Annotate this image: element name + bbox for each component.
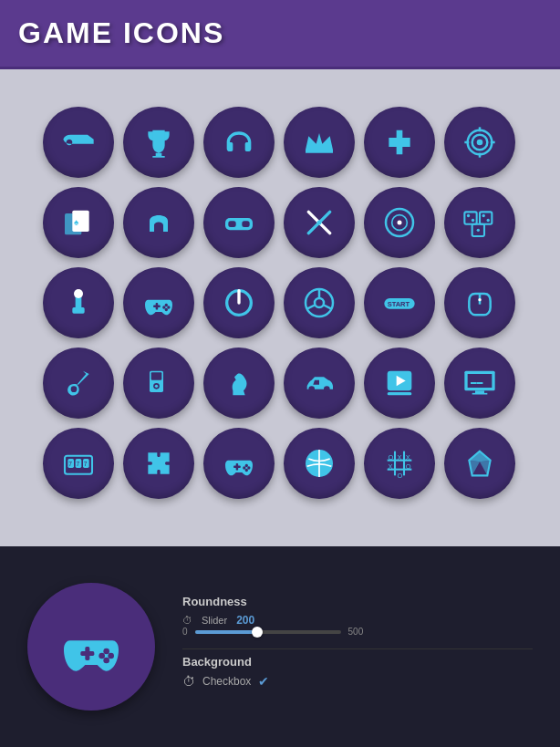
svg-rect-56 <box>388 392 412 395</box>
svg-point-20 <box>467 213 470 216</box>
checkbox-icon: ⏱ <box>182 674 195 689</box>
svg-point-53 <box>324 386 330 392</box>
svg-point-32 <box>165 303 168 306</box>
icon-steering-wheel[interactable] <box>284 267 355 338</box>
svg-text:O: O <box>389 452 394 461</box>
icon-ball[interactable] <box>284 428 355 499</box>
slider-max: 500 <box>348 627 364 637</box>
svg-rect-22 <box>480 212 492 223</box>
svg-text:O: O <box>406 462 411 470</box>
bottom-panel: Roundness ⏱ Slider 200 0 500 Backgr <box>0 546 560 747</box>
svg-point-34 <box>162 306 165 308</box>
icon-gamepad[interactable] <box>123 267 194 338</box>
icon-race-car[interactable] <box>284 348 355 419</box>
icon-headphones[interactable] <box>203 107 275 178</box>
svg-text:START: START <box>388 300 410 308</box>
icon-guitar[interactable] <box>43 348 114 419</box>
icon-grid: ♠ <box>43 107 517 501</box>
icon-crown[interactable] <box>284 107 355 178</box>
controls-panel: Roundness ⏱ Slider 200 0 500 Backgr <box>182 595 533 700</box>
svg-text:X: X <box>389 462 393 470</box>
preview-icon-circle <box>27 583 155 711</box>
svg-text:♠: ♠ <box>74 217 79 227</box>
svg-point-51 <box>155 384 158 387</box>
page-title: GAME ICONS <box>18 16 224 49</box>
slider-min: 0 <box>182 627 188 637</box>
background-label: Background <box>182 655 533 669</box>
svg-text:7: 7 <box>77 461 80 467</box>
svg-point-95 <box>99 653 105 659</box>
svg-point-93 <box>103 648 109 655</box>
icon-dpad[interactable] <box>364 107 435 178</box>
icon-tic-tac-toe[interactable]: OXXOOX <box>364 428 435 499</box>
svg-point-35 <box>167 306 170 308</box>
icon-chess-knight[interactable] <box>203 348 275 419</box>
icon-joystick[interactable] <box>43 267 114 338</box>
divider <box>182 648 533 649</box>
slider-thumb[interactable] <box>252 627 263 638</box>
icon-gamepad2[interactable] <box>203 428 275 499</box>
checkbox-checkmark[interactable]: ✔ <box>258 674 269 689</box>
checkbox-label: Checkbox <box>202 675 251 688</box>
svg-point-72 <box>245 468 248 471</box>
icon-play[interactable] <box>364 348 435 419</box>
svg-line-41 <box>307 305 315 308</box>
icon-cards[interactable]: ♠ <box>43 187 114 258</box>
svg-text:O: O <box>398 471 403 479</box>
icon-cd[interactable] <box>364 187 435 258</box>
icon-music-player[interactable] <box>123 348 194 419</box>
svg-text:X: X <box>398 452 402 461</box>
svg-point-23 <box>482 213 485 216</box>
icon-vr-headset[interactable] <box>203 187 275 258</box>
svg-text:X: X <box>406 452 410 461</box>
icon-ray-gun[interactable] <box>43 107 114 178</box>
svg-point-94 <box>103 658 109 664</box>
icon-power[interactable] <box>203 267 275 338</box>
svg-point-74 <box>247 466 250 469</box>
svg-rect-49 <box>151 372 162 379</box>
svg-point-21 <box>472 218 474 221</box>
icon-start-button[interactable]: START <box>364 267 435 338</box>
slider-fill <box>195 630 254 634</box>
checkbox-row: ⏱ Checkbox ✔ <box>182 674 533 689</box>
svg-point-24 <box>487 218 490 221</box>
icon-dice[interactable] <box>444 187 515 258</box>
svg-point-39 <box>315 298 324 307</box>
svg-point-15 <box>317 220 322 224</box>
svg-point-96 <box>108 653 114 659</box>
svg-marker-89 <box>469 460 480 475</box>
svg-point-33 <box>165 307 168 310</box>
background-section: Background ⏱ Checkbox ✔ <box>182 655 533 689</box>
icon-trophy[interactable] <box>123 107 194 178</box>
roundness-label: Roundness <box>182 595 533 608</box>
svg-rect-19 <box>464 212 476 223</box>
slider-track[interactable] <box>195 630 341 634</box>
svg-text:7: 7 <box>68 461 72 467</box>
svg-point-26 <box>477 228 480 231</box>
icon-monitor[interactable]: ▬▬ <box>444 348 515 419</box>
icon-swords[interactable] <box>284 187 355 258</box>
icon-puzzle[interactable] <box>123 428 194 499</box>
svg-rect-11 <box>228 221 235 227</box>
svg-point-52 <box>308 386 315 392</box>
preview-gamepad-icon <box>55 610 128 683</box>
svg-point-47 <box>71 386 78 392</box>
svg-text:7: 7 <box>84 461 88 467</box>
header: GAME ICONS <box>0 0 560 69</box>
icon-mouse[interactable] <box>444 267 515 338</box>
svg-rect-12 <box>242 221 249 227</box>
slider-value: 200 <box>236 614 254 627</box>
svg-point-18 <box>398 220 402 224</box>
svg-rect-70 <box>233 465 241 468</box>
slider-row: ⏱ Slider 200 <box>182 614 533 627</box>
slider-icon: ⏱ <box>182 615 192 626</box>
icon-target[interactable] <box>444 107 515 178</box>
roundness-section: Roundness ⏱ Slider 200 0 500 <box>182 595 533 638</box>
icon-gem[interactable] <box>444 428 515 499</box>
slider-label: Slider <box>202 615 227 626</box>
svg-point-46 <box>478 298 481 301</box>
icon-horseshoe[interactable] <box>123 187 194 258</box>
main-container: GAME ICONS ♠ <box>0 0 560 747</box>
icon-slot-machine[interactable]: 777 <box>43 428 114 499</box>
svg-point-2 <box>477 139 483 145</box>
